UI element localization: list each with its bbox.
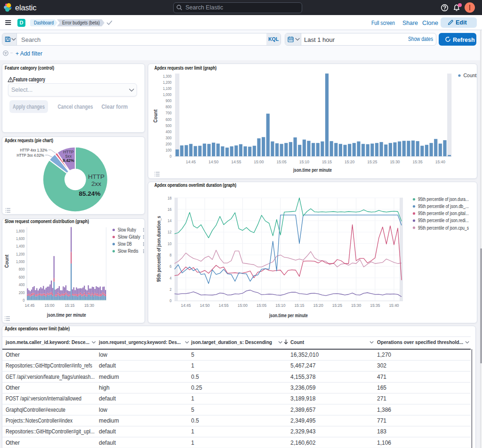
svg-text:Other: Other: [6, 384, 20, 391]
svg-text:1,000: 1,000: [16, 259, 24, 264]
svg-text:6: 6: [169, 264, 171, 269]
svg-text:14:50: 14:50: [200, 303, 209, 308]
svg-text:15:05: 15:05: [276, 160, 286, 164]
svg-text:HTTP: HTTP: [88, 173, 104, 180]
svg-text:Feature category (control): Feature category (control): [5, 65, 54, 71]
svg-text:1,106: 1,106: [377, 440, 391, 446]
svg-text:1,400: 1,400: [16, 244, 24, 248]
svg-text:0: 0: [169, 154, 171, 159]
svg-text:Count: Count: [290, 339, 304, 345]
svg-text:json.time per minute: json.time per minute: [46, 312, 86, 318]
svg-text:HTTP 4xx 1.32%: HTTP 4xx 1.32%: [20, 147, 47, 152]
svg-text:elastic: elastic: [15, 3, 36, 12]
svg-text:json.meta.caller_id.keyword: D: json.meta.caller_id.keyword: Desce...: [5, 339, 89, 345]
svg-text:771: 771: [377, 417, 386, 424]
svg-text:medium: medium: [99, 374, 119, 380]
svg-text:2,329,943: 2,329,943: [290, 428, 316, 435]
svg-text:5: 5: [191, 407, 194, 413]
svg-text:165: 165: [377, 384, 386, 391]
svg-text:Other: Other: [6, 352, 20, 358]
svg-text:15:10: 15:10: [299, 160, 309, 164]
svg-text:Repositories::GitHttpControlle: Repositories::GitHttpController#info_ref…: [6, 362, 92, 369]
svg-text:15:30: 15:30: [84, 303, 94, 308]
svg-text:json.time per minute: json.time per minute: [293, 167, 332, 173]
svg-text:Operations over specified thre: Operations over specified threshold...: [377, 339, 463, 345]
svg-text:95th percentile of json.cpu_s: 95th percentile of json.cpu_s: [418, 225, 469, 231]
svg-text:Repositories::GitHttpControlle: Repositories::GitHttpController#git_upl.…: [6, 428, 95, 435]
svg-text:Apply changes: Apply changes: [13, 104, 45, 110]
svg-text:2,160,602: 2,160,602: [290, 440, 316, 446]
svg-text:9.42%: 9.42%: [63, 158, 74, 163]
svg-text:Count: Count: [153, 109, 158, 122]
svg-text:low: low: [99, 407, 107, 413]
svg-text:16: 16: [168, 207, 172, 212]
svg-text:high: high: [99, 384, 110, 391]
svg-text:600: 600: [165, 117, 171, 122]
svg-text:2: 2: [169, 287, 171, 292]
svg-text:95th percentile of json.durati: 95th percentile of json.duration_s: [156, 216, 161, 282]
svg-text:HTTP 3xx 4.02%: HTTP 3xx 4.02%: [16, 152, 44, 158]
svg-text:471: 471: [377, 374, 386, 380]
svg-text:15:00: 15:00: [254, 160, 264, 164]
svg-text:1: 1: [191, 440, 194, 446]
svg-text:Cancel changes: Cancel changes: [58, 104, 93, 110]
svg-text:15:40: 15:40: [389, 303, 399, 308]
svg-text:183: 183: [377, 428, 386, 435]
svg-text:Slow DB: Slow DB: [118, 241, 132, 247]
svg-text:default: default: [99, 428, 116, 435]
svg-text:14:55: 14:55: [218, 303, 228, 308]
svg-text:low: low: [99, 352, 107, 358]
svg-text:400: 400: [18, 282, 24, 287]
svg-text:800: 800: [165, 104, 171, 109]
svg-text:15:15: 15:15: [321, 160, 331, 164]
svg-text:Clear form: Clear form: [102, 104, 128, 110]
svg-text:Slow Redis: Slow Redis: [118, 248, 138, 254]
svg-text:14:45: 14:45: [24, 303, 34, 308]
svg-text:1,386: 1,386: [377, 407, 391, 413]
svg-text:14:45: 14:45: [181, 303, 191, 308]
svg-text:Full screen: Full screen: [371, 20, 395, 26]
svg-text:85.24%: 85.24%: [79, 190, 100, 197]
svg-text:0.5: 0.5: [191, 374, 199, 380]
svg-text:Slow Ruby: Slow Ruby: [118, 227, 137, 232]
svg-text:16,352,010: 16,352,010: [290, 352, 319, 358]
svg-text:0: 0: [169, 298, 171, 303]
svg-text:15:30: 15:30: [351, 303, 361, 308]
svg-text:700: 700: [165, 111, 171, 115]
svg-text:95th percentile of json.redi..: 95th percentile of json.redi...: [418, 217, 469, 223]
svg-text:15:10: 15:10: [275, 303, 285, 308]
svg-text:Other: Other: [6, 440, 20, 446]
svg-text:12: 12: [168, 230, 172, 234]
svg-text:3,189,918: 3,189,918: [290, 395, 316, 402]
svg-text:5,467,247: 5,467,247: [290, 362, 316, 369]
svg-text:1,200: 1,200: [16, 252, 24, 256]
svg-text:300: 300: [165, 136, 171, 140]
svg-text:Slow Gitaly: Slow Gitaly: [118, 234, 141, 240]
svg-text:GraphqlController#execute: GraphqlController#execute: [6, 407, 65, 413]
svg-text:Count: Count: [463, 72, 476, 78]
svg-text:1: 1: [191, 362, 194, 369]
svg-text:Show dates: Show dates: [408, 36, 433, 42]
svg-text:4: 4: [169, 276, 171, 280]
svg-text:15:25: 15:25: [367, 160, 377, 164]
svg-text:default: default: [99, 440, 116, 446]
svg-text:1,000: 1,000: [162, 92, 171, 97]
svg-text:15:00: 15:00: [237, 303, 247, 308]
svg-text:1,800: 1,800: [16, 229, 24, 233]
svg-text:15:25: 15:25: [332, 303, 342, 308]
svg-text:14:55: 14:55: [231, 160, 241, 164]
svg-text:Clone: Clone: [422, 20, 438, 26]
svg-text:14:50: 14:50: [209, 160, 218, 164]
svg-text:4,155,378: 4,155,378: [290, 374, 316, 380]
svg-text:Dashboard: Dashboard: [34, 20, 54, 25]
svg-text:default: default: [99, 362, 116, 369]
svg-text:1,300: 1,300: [162, 74, 171, 79]
svg-text:1,600: 1,600: [16, 236, 24, 241]
svg-text:1: 1: [191, 428, 194, 435]
svg-text:15:30: 15:30: [390, 160, 400, 164]
svg-text:95th percentile of json.dura..: 95th percentile of json.dura...: [418, 196, 469, 202]
svg-text:500: 500: [165, 123, 171, 128]
svg-text:1,100: 1,100: [162, 86, 171, 91]
svg-text:400: 400: [165, 129, 171, 134]
svg-text:15:05: 15:05: [257, 303, 266, 308]
